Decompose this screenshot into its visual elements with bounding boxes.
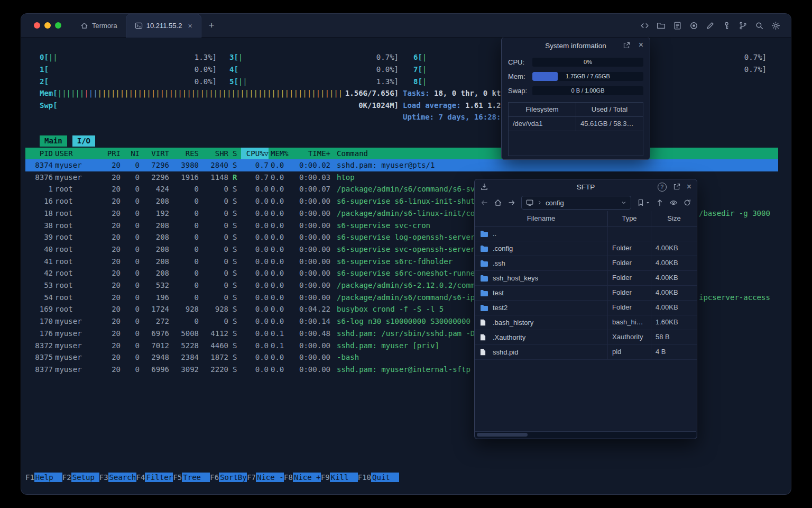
new-tab-button[interactable]: + <box>201 20 222 31</box>
stat-value: 7 days, 16:28:15 <box>438 113 510 121</box>
process-cell: 0:00.00 <box>290 195 330 207</box>
caret-down-icon[interactable] <box>645 198 650 207</box>
window-controls <box>21 22 72 29</box>
file-row[interactable]: test2Folder4.00KB <box>475 301 697 315</box>
column-shr[interactable]: SHR <box>199 148 228 160</box>
process-row[interactable]: 8374myuser200729639802840S0.70.00:00.02s… <box>25 159 778 171</box>
settings-icon[interactable] <box>771 21 780 30</box>
file-row[interactable]: .XauthorityXauthority58 B <box>475 330 697 345</box>
zoom-window-button[interactable] <box>55 22 61 29</box>
column-pid[interactable]: PID <box>25 148 53 160</box>
column-virt[interactable]: VIRT <box>140 148 169 160</box>
tab-ssh-session[interactable]: 10.211.55.2 × <box>126 14 201 38</box>
file-row[interactable]: .sshFolder4.00KB <box>475 256 697 271</box>
process-cell: 0 <box>199 195 228 207</box>
key-icon[interactable] <box>722 21 731 30</box>
column-res[interactable]: RES <box>169 148 199 160</box>
home-icon[interactable] <box>494 198 502 207</box>
process-cell: 0:00.00 <box>290 256 330 268</box>
record-icon[interactable] <box>689 21 698 30</box>
column-cpu[interactable]: CPU%▽ <box>241 148 269 160</box>
git-branch-icon[interactable] <box>739 21 748 30</box>
code-icon[interactable] <box>640 21 649 30</box>
file-name: ssh_host_keys <box>493 271 538 285</box>
process-cell: 0 <box>121 292 140 304</box>
fkey-quit[interactable]: Quit <box>371 473 399 482</box>
fkey-filter[interactable]: Filter <box>145 473 173 482</box>
cpu-meter: 5[||1.3%] <box>229 76 399 88</box>
process-cell: 0:00.00 <box>290 231 330 243</box>
column-time[interactable]: TIME+ <box>290 148 330 160</box>
edit-icon[interactable] <box>706 21 715 30</box>
process-cell: 0:00.07 <box>290 183 330 195</box>
table-row[interactable]: /dev/vda1 45.61GB / 58.3… <box>509 117 643 131</box>
refresh-icon[interactable] <box>683 198 691 207</box>
file-name: sshd.pid <box>493 346 518 359</box>
parent-directory-icon[interactable] <box>656 198 664 207</box>
memory-meter-label: Mem[ <box>40 89 58 97</box>
column-user[interactable]: USER <box>53 148 95 160</box>
process-cell: 0:00.00 <box>290 292 330 304</box>
cpu-meter-label: 0[ <box>40 53 49 61</box>
help-icon[interactable]: ? <box>658 183 667 192</box>
column-ni[interactable]: NI <box>121 148 140 160</box>
process-cell: 532 <box>140 279 169 292</box>
fkey-nice[interactable]: Nice - <box>256 473 284 482</box>
screen-tab-main[interactable]: Main <box>40 135 67 147</box>
file-row[interactable]: .bash_historybash_hi…1.60KB <box>475 315 697 330</box>
process-cell: 0 <box>169 256 199 268</box>
process-cell: 0.0 <box>241 279 269 292</box>
chevron-down-icon[interactable] <box>621 199 627 206</box>
cpu-meter-label: 4[ <box>229 65 238 74</box>
column-pri[interactable]: PRI <box>95 148 121 160</box>
fkey-setup[interactable]: Setup <box>71 473 99 482</box>
minimize-window-button[interactable] <box>44 22 51 29</box>
process-cell: 20 <box>95 279 121 292</box>
column-s[interactable]: S <box>228 148 241 160</box>
close-panel-icon[interactable]: × <box>687 183 691 191</box>
logs-icon[interactable] <box>673 21 682 30</box>
open-in-window-icon[interactable] <box>622 41 631 50</box>
file-row[interactable]: .configFolder4.00KB <box>475 241 697 256</box>
process-cell: 0 <box>169 220 199 232</box>
folder-icon[interactable] <box>657 21 666 30</box>
process-cell: 38 <box>25 220 53 232</box>
file-row[interactable]: sshd.pidpid4 B <box>475 345 697 360</box>
fkey-nice[interactable]: Nice + <box>293 473 321 482</box>
file-row[interactable]: .. <box>475 226 697 241</box>
process-cell: 0:00.00 <box>290 340 330 352</box>
close-tab-icon[interactable]: × <box>188 22 192 30</box>
open-in-window-icon[interactable] <box>672 183 681 191</box>
close-panel-icon[interactable]: × <box>639 41 643 49</box>
fkey-tree[interactable]: Tree <box>182 473 210 482</box>
column-size[interactable]: Size <box>651 211 697 226</box>
process-cell: 3092 <box>169 364 199 376</box>
file-type: Folder <box>607 286 651 300</box>
fkey-search[interactable]: Search <box>108 473 136 482</box>
search-icon[interactable] <box>755 21 764 30</box>
back-icon[interactable] <box>480 198 488 207</box>
tab-termora[interactable]: Termora <box>72 14 126 37</box>
show-hidden-files-icon[interactable] <box>669 198 678 207</box>
column-filename[interactable]: Filename <box>475 211 607 226</box>
column-type[interactable]: Type <box>607 211 651 226</box>
fkey-kill[interactable]: Kill <box>330 473 358 482</box>
fkey-help[interactable]: Help <box>34 473 62 482</box>
bookmark-icon[interactable] <box>636 198 645 207</box>
process-cell: 8374 <box>25 159 53 171</box>
fkey-sortby[interactable]: SortBy <box>219 473 247 482</box>
app-window: Termora 10.211.55.2 × + 0[||1.3%]1[0.0%]… <box>21 14 791 494</box>
process-cell: S <box>228 328 241 340</box>
screen-tab-io[interactable]: I/O <box>72 135 95 147</box>
file-row[interactable]: ssh_host_keysFolder4.00KB <box>475 271 697 286</box>
process-cell: 0 <box>121 364 140 376</box>
horizontal-scrollbar[interactable] <box>475 431 696 438</box>
path-breadcrumb[interactable]: config <box>521 196 631 210</box>
file-row[interactable]: testFolder4.00KB <box>475 286 697 301</box>
close-window-button[interactable] <box>34 22 40 29</box>
scrollbar-thumb[interactable] <box>477 433 528 437</box>
process-cell: myuser <box>53 364 95 376</box>
column-mem[interactable]: MEM% <box>269 148 290 160</box>
process-cell: S <box>228 340 241 352</box>
forward-icon[interactable] <box>508 198 516 207</box>
